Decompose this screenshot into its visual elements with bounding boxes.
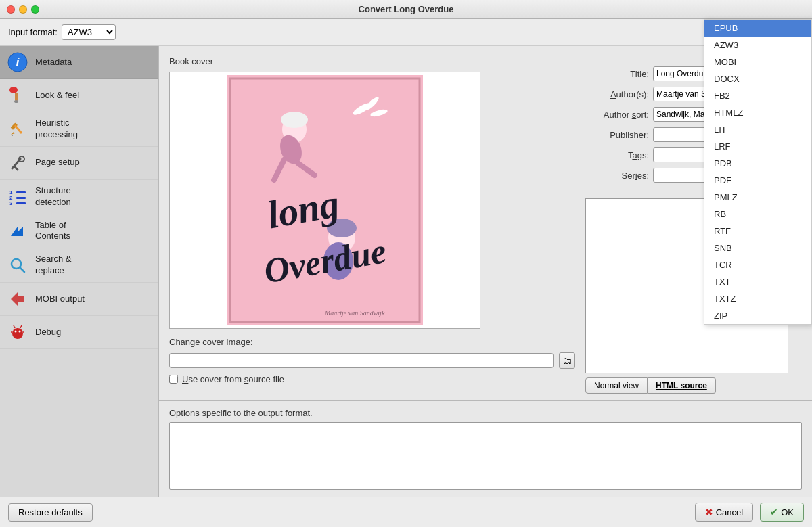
svg-rect-17 [16, 202, 26, 204]
dropdown-item-pdb[interactable]: PDB [704, 155, 811, 172]
svg-point-23 [15, 331, 17, 333]
sidebar-label-mobi: MOBI output [35, 294, 85, 305]
title-bar: Convert Long Overdue [0, 0, 812, 19]
svg-marker-8 [11, 135, 14, 136]
dropdown-item-pdf[interactable]: PDF [704, 172, 811, 189]
dropdown-item-epub[interactable]: EPUB [704, 20, 811, 37]
book-cover-image: long Overdue Maartje van Sandwijk [227, 75, 423, 325]
sidebar-item-mobi[interactable]: MOBI output [0, 283, 158, 316]
source-file-label: Use cover from source file [182, 374, 284, 384]
sidebar-label-heuristic: Heuristicprocessing [35, 118, 78, 141]
dropdown-item-htmlz[interactable]: HTMLZ [704, 104, 811, 121]
source-file-row: Use cover from source file [169, 374, 575, 384]
dropdown-item-rb[interactable]: RB [704, 206, 811, 223]
title-label: Title: [585, 69, 653, 79]
cover-image-input[interactable] [169, 353, 554, 368]
sidebar-item-toc[interactable]: Table ofContents [0, 214, 158, 249]
close-button[interactable] [7, 5, 15, 14]
dropdown-item-snb[interactable]: SNB [704, 239, 811, 256]
sidebar-item-structure[interactable]: 1 2 3 Structuredetection [0, 180, 158, 214]
top-bar: Input format: AZW3 Output format: [0, 19, 812, 46]
source-file-checkbox[interactable] [169, 375, 178, 384]
cover-input-row: 🗂 [169, 352, 575, 369]
window-title: Convert Long Overdue [359, 4, 454, 14]
sidebar-label-page-setup: Page setup [35, 157, 80, 168]
sidebar-label-debug: Debug [35, 327, 61, 338]
ok-icon: ✔ [770, 507, 778, 518]
svg-rect-16 [16, 197, 26, 199]
ok-button[interactable]: ✔ OK [760, 503, 804, 522]
dropdown-item-pmlz[interactable]: PMLZ [704, 189, 811, 206]
options-label: Options specific to the output format. [169, 408, 802, 418]
cancel-icon: ✖ [705, 507, 713, 518]
svg-rect-15 [16, 191, 26, 193]
svg-marker-6 [11, 132, 15, 135]
sidebar: i Metadata Look & feel [0, 46, 159, 497]
svg-line-11 [15, 167, 18, 170]
search-icon [7, 254, 28, 276]
svg-point-22 [12, 328, 23, 339]
sidebar-label-look-feel: Look & feel [35, 90, 79, 101]
svg-text:3: 3 [9, 200, 13, 206]
book-cover-label: Book cover [169, 56, 575, 66]
dropdown-item-zip[interactable]: ZIP [704, 307, 811, 324]
input-format-label: Input format: [8, 27, 58, 37]
restore-defaults-button[interactable]: Restore defaults [8, 503, 93, 522]
svg-point-2 [9, 87, 18, 93]
maximize-button[interactable] [31, 5, 39, 14]
normal-view-button[interactable]: Normal view [585, 377, 648, 394]
svg-text:Maartje van Sandwijk: Maartje van Sandwijk [324, 309, 385, 317]
cancel-button[interactable]: ✖ Cancel [695, 503, 753, 522]
svg-line-20 [20, 267, 24, 272]
svg-point-4 [14, 100, 18, 103]
cancel-label: Cancel [716, 507, 743, 518]
pencil-icon [7, 118, 28, 140]
info-icon: i [7, 51, 28, 73]
bottom-buttons: Restore defaults ✖ Cancel ✔ OK [0, 497, 812, 527]
dropdown-item-azw3[interactable]: AZW3 [704, 37, 811, 53]
sidebar-item-page-setup[interactable]: Page setup [0, 147, 158, 180]
traffic-lights [7, 5, 39, 14]
svg-line-7 [15, 125, 22, 133]
sidebar-label-search-replace: Search &replace [35, 254, 71, 277]
svg-rect-3 [15, 93, 18, 101]
dropdown-item-fb2[interactable]: FB2 [704, 87, 811, 104]
cover-change-label: Change cover image: [169, 337, 253, 347]
sidebar-label-toc: Table ofContents [35, 220, 70, 243]
cover-image-container: long Overdue Maartje van Sandwijk [169, 72, 480, 329]
cover-change-row: Change cover image: [169, 337, 575, 347]
book-cover-section: Book cover [159, 46, 585, 400]
view-buttons: Normal view HTML source [585, 377, 802, 394]
dropdown-item-lit[interactable]: LIT [704, 121, 811, 138]
html-source-button[interactable]: HTML source [648, 377, 716, 394]
action-buttons: ✖ Cancel ✔ OK [695, 503, 804, 522]
dropdown-item-rtf[interactable]: RTF [704, 223, 811, 239]
wrench-icon [7, 152, 28, 174]
options-area [169, 422, 802, 490]
output-format-dropdown: EPUBAZW3MOBIDOCXFB2HTMLZLITLRFPDBPDFPMLZ… [704, 19, 812, 325]
sidebar-item-look-feel[interactable]: Look & feel [0, 79, 158, 112]
dropdown-item-txt[interactable]: TXT [704, 273, 811, 290]
sidebar-item-search-replace[interactable]: Search &replace [0, 248, 158, 283]
authors-label: Author(s): [585, 89, 653, 99]
dropdown-item-docx[interactable]: DOCX [704, 70, 811, 87]
bug-icon [7, 321, 28, 343]
dropdown-item-mobi[interactable]: MOBI [704, 53, 811, 70]
sidebar-item-debug[interactable]: Debug [0, 316, 158, 349]
input-format-select[interactable]: AZW3 [62, 24, 116, 40]
browse-button[interactable]: 🗂 [559, 352, 575, 369]
back-arrow-icon [7, 288, 28, 310]
restore-defaults-label: Restore defaults [18, 507, 83, 518]
dropdown-item-txtz[interactable]: TXTZ [704, 290, 811, 307]
bottom-section: Options specific to the output format. [159, 400, 812, 497]
svg-marker-21 [11, 292, 24, 306]
sidebar-item-heuristic[interactable]: Heuristicprocessing [0, 112, 158, 147]
sidebar-item-metadata[interactable]: i Metadata [0, 46, 158, 79]
svg-marker-18 [11, 227, 23, 236]
ok-label: OK [781, 507, 794, 518]
dropdown-item-lrf[interactable]: LRF [704, 138, 811, 155]
sidebar-label-structure: Structuredetection [35, 185, 71, 208]
minimize-button[interactable] [19, 5, 27, 14]
svg-line-25 [14, 325, 15, 328]
dropdown-item-tcr[interactable]: TCR [704, 256, 811, 273]
